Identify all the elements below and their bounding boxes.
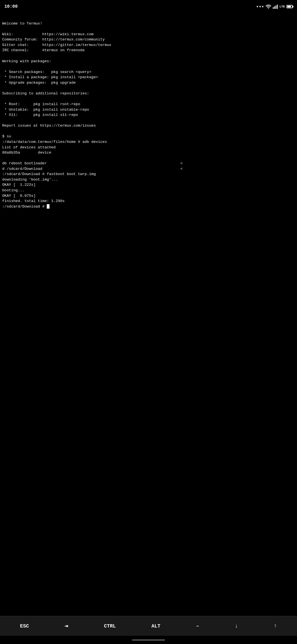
bottom-toolbar: ESC ⇥ CTRL ALT – ↓ ↑ (0, 616, 297, 636)
up-arrow-key[interactable]: ↑ (271, 622, 279, 630)
terminal-output[interactable]: Welcome to Termux! Wiki: https://wiki.te… (0, 13, 297, 616)
dash-key[interactable]: – (194, 622, 201, 630)
esc-key[interactable]: ESC (18, 622, 31, 630)
lte-badge: LTE (279, 5, 285, 8)
down-arrow-key[interactable]: ↓ (232, 622, 240, 630)
tab-key[interactable]: ⇥ (62, 621, 70, 631)
bottom-nav-bar (0, 636, 297, 644)
wifi-icon: ▾▾▾ (256, 4, 264, 9)
alt-key[interactable]: ALT (149, 622, 163, 630)
wifi-icon-svg (266, 4, 271, 9)
status-time: 10:00 (4, 4, 18, 9)
svg-point-0 (268, 8, 269, 9)
ctrl-key[interactable]: CTRL (102, 622, 118, 630)
signal-icon (273, 4, 278, 9)
nav-pill (132, 639, 165, 641)
status-bar: 10:00 ▾▾▾ LTE (0, 0, 297, 13)
terminal-cursor (47, 204, 50, 209)
status-icons: ▾▾▾ LTE (256, 4, 293, 9)
svg-rect-1 (273, 7, 274, 9)
svg-rect-4 (277, 5, 278, 9)
svg-rect-3 (276, 6, 276, 9)
battery-icon (287, 5, 293, 8)
svg-rect-2 (274, 6, 275, 9)
